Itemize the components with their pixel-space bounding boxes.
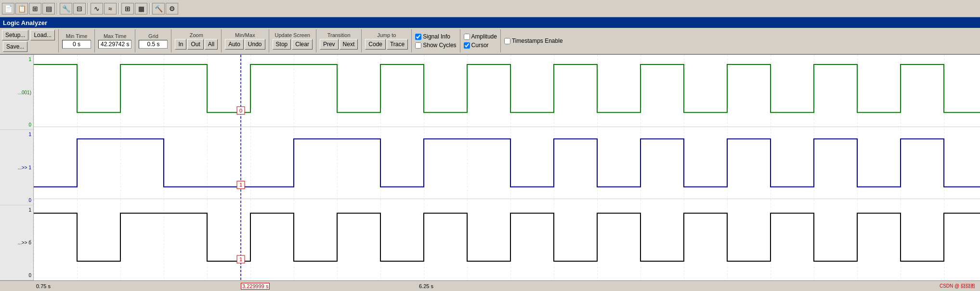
show-cycles-checkbox-label[interactable]: Show Cycles bbox=[415, 42, 456, 49]
update-label: Update Screen bbox=[275, 32, 310, 38]
update-group: Update Screen Stop Clear bbox=[273, 32, 313, 50]
zoom-group: Zoom In Out All bbox=[175, 32, 218, 50]
control-bar: Setup... Save... Load... Min Time 0 s Ma… bbox=[0, 28, 980, 55]
update-buttons: Stop Clear bbox=[273, 39, 313, 50]
signal2-label: 1 ...>> 1 0 bbox=[0, 130, 33, 205]
max-time-label: Max Time bbox=[104, 33, 127, 39]
cursor-checkbox-label[interactable]: Cursor bbox=[464, 42, 497, 49]
signal3-label: 1 ...>> б 0 bbox=[0, 205, 33, 280]
min-time-group: Min Time 0 s bbox=[62, 33, 91, 49]
grid-icon[interactable]: ⊞ bbox=[29, 3, 41, 14]
bus-icon[interactable]: ⊞ bbox=[121, 3, 134, 14]
timestamps-checkbox-label[interactable]: Timestamps Enable bbox=[504, 38, 563, 44]
zoom-out-button[interactable]: Out bbox=[187, 39, 203, 50]
minmax-label: Min/Max bbox=[235, 32, 255, 38]
min-time-value: 0 s bbox=[62, 40, 91, 49]
sep1 bbox=[57, 3, 58, 14]
amplitude-checkbox[interactable] bbox=[464, 34, 470, 40]
cursor-label: Cursor bbox=[471, 42, 489, 49]
transition-label: Transition bbox=[327, 32, 351, 38]
bus-icon2[interactable]: ▦ bbox=[135, 3, 147, 14]
grid-value: 0.5 s bbox=[139, 40, 168, 49]
load-button[interactable]: Load... bbox=[30, 30, 55, 40]
jump-buttons: Code Trace bbox=[365, 39, 408, 50]
sep2 bbox=[88, 3, 89, 14]
layout-icon[interactable]: ▤ bbox=[42, 3, 55, 14]
transition-group: Transition Prev Next bbox=[320, 32, 358, 50]
amplitude-label: Amplitude bbox=[471, 33, 497, 40]
sep-ctrl8 bbox=[361, 29, 362, 52]
zoom-in-button[interactable]: In bbox=[175, 39, 186, 50]
amplitude-checkbox-label[interactable]: Amplitude bbox=[464, 33, 497, 40]
copy-icon[interactable]: 📋 bbox=[15, 3, 28, 14]
max-time-group: Max Time 42.29742 s bbox=[98, 33, 131, 49]
filter-icon2[interactable]: ⊟ bbox=[73, 3, 86, 14]
undo-button[interactable]: Undo bbox=[245, 39, 265, 50]
minmax-group: Min/Max Auto Undo bbox=[225, 32, 265, 50]
sep4 bbox=[149, 3, 150, 14]
sep-ctrl3 bbox=[135, 29, 135, 52]
la-title: Logic Analyzer bbox=[3, 19, 47, 26]
code-button[interactable]: Code bbox=[365, 39, 386, 50]
sep-ctrl9 bbox=[411, 29, 412, 52]
signal-info-checkbox[interactable] bbox=[415, 34, 421, 40]
next-button[interactable]: Next bbox=[340, 39, 358, 50]
waveform-icon2[interactable]: ≈ bbox=[104, 3, 117, 14]
cursor-checkbox[interactable] bbox=[464, 42, 470, 49]
min-time-label: Min Time bbox=[66, 33, 88, 39]
sig2-axis-1: 1 bbox=[28, 132, 31, 137]
sig1-name: ...001) bbox=[18, 89, 31, 95]
trace-button[interactable]: Trace bbox=[387, 39, 408, 50]
svg-rect-1 bbox=[34, 55, 980, 280]
new-icon[interactable]: 📄 bbox=[2, 3, 14, 14]
sig2-axis-0: 0 bbox=[28, 198, 31, 203]
timestamps-label: Timestamps Enable bbox=[512, 38, 563, 44]
filter-icon[interactable]: 🔧 bbox=[60, 3, 72, 14]
sig2-cursor-badge: 1 bbox=[239, 182, 242, 188]
watermark-label: CSDN @ 囧囧图 bbox=[940, 283, 975, 290]
signal-labels: 1 ...001) 0 1 ...>> 1 0 1 ...>> б 0 bbox=[0, 55, 34, 280]
tools-icon[interactable]: 🔨 bbox=[152, 3, 165, 14]
show-cycles-label: Show Cycles bbox=[423, 42, 456, 49]
signal-canvas[interactable]: 0 1 1 bbox=[34, 55, 980, 280]
clear-button[interactable]: Clear bbox=[292, 39, 313, 50]
stop-button[interactable]: Stop bbox=[273, 39, 291, 50]
grid-label: Grid bbox=[148, 33, 158, 39]
sig3-name: ...>> б bbox=[17, 240, 31, 245]
zoom-label: Zoom bbox=[190, 32, 203, 38]
waveform-svg: 0 1 1 bbox=[34, 55, 980, 280]
sig3-axis-0: 0 bbox=[28, 273, 31, 278]
minmax-buttons: Auto Undo bbox=[225, 39, 265, 50]
auto-button[interactable]: Auto bbox=[225, 39, 244, 50]
sep-ctrl5 bbox=[221, 29, 222, 52]
top-toolbar: 📄 📋 ⊞ ▤ 🔧 ⊟ ∿ ≈ ⊞ ▦ 🔨 ⚙ bbox=[0, 0, 980, 17]
tools-icon2[interactable]: ⚙ bbox=[166, 3, 178, 14]
save-button[interactable]: Save... bbox=[3, 41, 27, 52]
prev-button[interactable]: Prev bbox=[320, 39, 339, 50]
waveform-icon[interactable]: ∿ bbox=[91, 3, 103, 14]
sig1-cursor-badge: 0 bbox=[239, 108, 242, 114]
zoom-all-button[interactable]: All bbox=[205, 39, 218, 50]
time-start-label: 0.75 s bbox=[36, 283, 51, 289]
time-bar: 0.75 s 3.229999 s 6.25 s CSDN @ 囧囧图 bbox=[0, 280, 980, 291]
transition-buttons: Prev Next bbox=[320, 39, 358, 50]
sep-ctrl2 bbox=[94, 29, 95, 52]
sig2-name: ...>> 1 bbox=[18, 164, 31, 170]
sep3 bbox=[118, 3, 119, 14]
zoom-buttons: In Out All bbox=[175, 39, 218, 50]
show-cycles-checkbox[interactable] bbox=[415, 42, 421, 49]
time-marker-label: 6.25 s bbox=[419, 283, 433, 289]
setup-group: Setup... Save... bbox=[2, 30, 28, 52]
sig3-axis-1: 1 bbox=[28, 207, 31, 213]
time-cursor-label: 3.229999 s bbox=[241, 283, 270, 290]
sep-ctrl6 bbox=[269, 29, 269, 52]
signal1-label: 1 ...001) 0 bbox=[0, 55, 33, 130]
setup-button[interactable]: Setup... bbox=[2, 30, 28, 40]
main-area: 1 ...001) 0 1 ...>> 1 0 1 ...>> б 0 bbox=[0, 55, 980, 280]
signal-info-label: Signal Info bbox=[423, 33, 450, 40]
la-titlebar: Logic Analyzer bbox=[0, 17, 980, 28]
signal-info-checkbox-label[interactable]: Signal Info bbox=[415, 33, 456, 40]
jump-group: Jump to Code Trace bbox=[365, 32, 408, 50]
timestamps-checkbox[interactable] bbox=[504, 38, 510, 44]
sep-ctrl7 bbox=[316, 29, 316, 52]
